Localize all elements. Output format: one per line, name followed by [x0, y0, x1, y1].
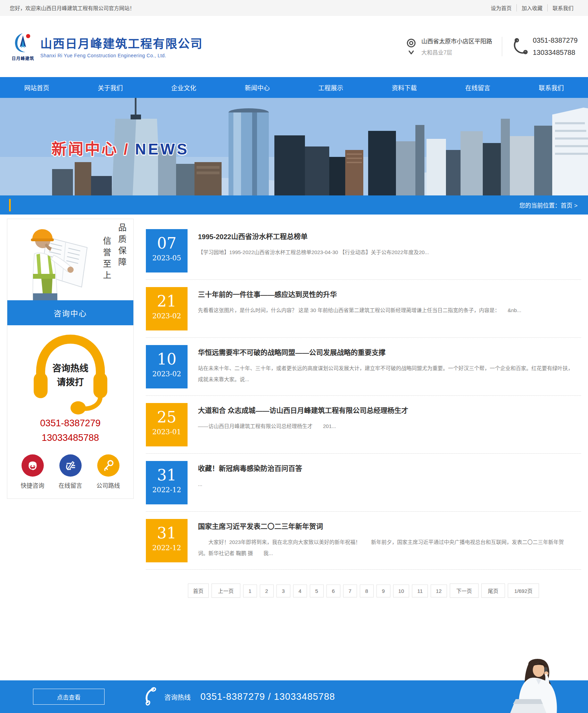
- pager-page-9[interactable]: 9: [376, 585, 390, 597]
- news-title-link[interactable]: 收藏！新冠病毒感染防治百问百答: [198, 463, 302, 473]
- news-title-link[interactable]: 国家主席习近平发表二〇二三年新年贺词: [198, 521, 323, 531]
- main-content: 品质保障 信誉至上 咨询中心 咨询热线 请拨打 0351-8387279 130…: [0, 215, 588, 648]
- pager-page-2[interactable]: 2: [260, 585, 274, 597]
- pager-page-3[interactable]: 3: [276, 585, 290, 597]
- set-homepage-link[interactable]: 设为首页: [486, 4, 516, 11]
- pager-info: 1/692页: [508, 584, 539, 598]
- logo-mark-icon: [12, 32, 34, 53]
- pager-page-12[interactable]: 12: [431, 585, 447, 597]
- pager-prev[interactable]: 上一页: [212, 584, 240, 598]
- hotline-line1: 咨询热线: [27, 361, 114, 375]
- news-body: 三十年前的一件往事——感应达到灵性的升华 先看看这张图片，是什么时间，什么内容？…: [198, 287, 521, 330]
- banner-title-cn: 新闻中心: [51, 141, 118, 158]
- nav-item-about[interactable]: 关于我们: [74, 77, 147, 98]
- nav-item-projects[interactable]: 工程展示: [294, 77, 368, 98]
- news-item: 31 2022-12 收藏！新冠病毒感染防治百问百答 ...: [146, 461, 581, 512]
- breadcrumb[interactable]: 您的当前位置：首页 >: [519, 201, 588, 209]
- pager-page-1[interactable]: 1: [243, 585, 257, 597]
- news-day: 07: [146, 235, 188, 252]
- logo-text: 山西日月峰建筑工程有限公司 Shanxi Ri Yue Feng Constru…: [40, 34, 203, 58]
- pagination: 首页 上一页 1 2 3 4 5 6 7 8 9 10 11 12 下一页 尾页…: [146, 584, 581, 598]
- nav-item-message[interactable]: 在线留言: [441, 77, 515, 98]
- news-year-month: 2023-01: [146, 428, 188, 436]
- header-phone-numbers: 0351-8387279 13033485788: [533, 34, 578, 59]
- hotline-line2: 请拨打: [27, 375, 114, 389]
- online-message-button[interactable]: 在线留言: [59, 454, 82, 489]
- banner-title-separator: /: [124, 141, 129, 158]
- address-block: 山西省太原市小店区平阳路 大和昌业7层: [405, 36, 492, 56]
- pager-page-5[interactable]: 5: [310, 585, 324, 597]
- news-day: 21: [146, 293, 188, 310]
- breadcrumb-accent: [9, 199, 11, 211]
- news-year-month: 2023-02: [146, 312, 188, 320]
- topbar: 您好，欢迎来山西日月峰建筑工程有限公司官方网站！ 设为首页 加入收藏 联系我们: [0, 0, 588, 16]
- news-body: 大道和合 众志成城——访山西日月峰建筑工程有限公司总经理杨生才 ——访山西日月峰…: [198, 403, 408, 446]
- pager-page-6[interactable]: 6: [326, 585, 340, 597]
- news-item: 07 2023-05 1995-2022山西省汾水杯工程总榜单 【学习园地】19…: [146, 229, 581, 280]
- news-date-badge: 25 2023-01: [146, 403, 188, 446]
- add-favorite-link[interactable]: 加入收藏: [516, 4, 547, 11]
- nav-item-downloads[interactable]: 资料下载: [367, 77, 441, 98]
- header-phone-1: 0351-8387279: [533, 34, 578, 47]
- news-item: 21 2023-02 三十年前的一件往事——感应达到灵性的升华 先看看这张图片，…: [146, 287, 581, 338]
- contact-us-link[interactable]: 联系我们: [547, 4, 578, 11]
- footer-phone-numbers: 0351-8387279 / 13033485788: [200, 691, 335, 702]
- logo-mark-text: 日月峰建筑: [10, 55, 35, 61]
- sidebar-phones: 0351-8387279 13033485788: [7, 416, 133, 445]
- news-day: 31: [146, 525, 188, 542]
- pager-page-11[interactable]: 11: [412, 585, 428, 597]
- news-year-month: 2023-05: [146, 254, 188, 262]
- company-route-button[interactable]: 公司路线: [97, 454, 120, 489]
- logo-mark: 日月峰建筑: [10, 32, 35, 61]
- news-year-month: 2022-12: [146, 486, 188, 494]
- footer-hotline-label: 咨询热线: [164, 692, 191, 702]
- news-body: 收藏！新冠病毒感染防治百问百答 ...: [198, 461, 302, 504]
- pager-page-10[interactable]: 10: [393, 585, 409, 597]
- address-line1: 山西省太原市小店区平阳路: [421, 36, 492, 45]
- company-logo[interactable]: 日月峰建筑 山西日月峰建筑工程有限公司 Shanxi Ri Yue Feng C…: [10, 32, 203, 61]
- pager-page-8[interactable]: 8: [360, 585, 374, 597]
- banner-title: 新闻中心 / NEWS: [51, 137, 189, 159]
- pager-page-7[interactable]: 7: [343, 585, 357, 597]
- pager-page-4[interactable]: 4: [293, 585, 307, 597]
- pager-next[interactable]: 下一页: [450, 584, 479, 598]
- news-summary: 大家好！2023年即将到来，我在北京向大家致以美好的新年祝福！ 新年前夕，国家主…: [198, 537, 573, 559]
- pager-last[interactable]: 尾页: [481, 584, 505, 598]
- welcome-text: 您好，欢迎来山西日月峰建筑工程有限公司官方网站！: [10, 4, 135, 11]
- address-line2: 大和昌业7层: [421, 48, 492, 56]
- footer-bar: 点击查看 咨询热线 0351-8387279 / 13033485788: [0, 680, 588, 713]
- news-date-badge: 07 2023-05: [146, 229, 188, 272]
- nav-item-home[interactable]: 网站首页: [0, 77, 74, 98]
- news-day: 10: [146, 351, 188, 368]
- nav-item-news[interactable]: 新闻中心: [221, 77, 294, 98]
- news-banner: 新闻中心 / NEWS: [0, 98, 588, 195]
- news-item: 10 2023-02 华恒远需要牢不可破的战略同盟——公司发展战略的重要支撑 站…: [146, 345, 581, 396]
- news-item: 25 2023-01 大道和合 众志成城——访山西日月峰建筑工程有限公司总经理杨…: [146, 403, 581, 454]
- breadcrumb-bar: 您的当前位置：首页 >: [0, 195, 588, 215]
- news-title-link[interactable]: 华恒远需要牢不可破的战略同盟——公司发展战略的重要支撑: [198, 347, 386, 357]
- header-phone-block: 0351-8387279 13033485788: [512, 34, 578, 59]
- header-contact-block: 山西省太原市小店区平阳路 大和昌业7层 0351-8387279 1303348…: [405, 34, 578, 59]
- nav-item-culture[interactable]: 企业文化: [147, 77, 221, 98]
- nav-item-contact[interactable]: 联系我们: [514, 77, 588, 98]
- news-title-link[interactable]: 三十年前的一件往事——感应达到灵性的升华: [198, 289, 337, 299]
- hotline-graphic: 咨询热线 请拨打: [27, 332, 114, 416]
- news-title-link[interactable]: 1995-2022山西省汾水杯工程总榜单: [198, 231, 308, 241]
- pager-first[interactable]: 首页: [188, 584, 209, 598]
- quick-consult-button[interactable]: 快捷咨询: [21, 454, 44, 489]
- location-pin-icon: [405, 38, 417, 56]
- sidebar-hero: 品质保障 信誉至上: [7, 219, 133, 300]
- view-more-button[interactable]: 点击查看: [33, 689, 105, 705]
- footer-phone-icon: [143, 687, 158, 706]
- company-name-cn: 山西日月峰建筑工程有限公司: [40, 34, 203, 51]
- news-list: 07 2023-05 1995-2022山西省汾水杯工程总榜单 【学习园地】19…: [146, 219, 581, 598]
- address-text: 山西省太原市小店区平阳路 大和昌业7层: [421, 36, 492, 56]
- news-year-month: 2023-02: [146, 370, 188, 378]
- news-day: 31: [146, 467, 188, 484]
- news-item: 31 2022-12 国家主席习近平发表二〇二三年新年贺词 大家好！2023年即…: [146, 519, 581, 570]
- news-title-link[interactable]: 大道和合 众志成城——访山西日月峰建筑工程有限公司总经理杨生才: [198, 405, 408, 415]
- slogan-reputation: 信誉至上: [100, 236, 113, 282]
- news-body: 国家主席习近平发表二〇二三年新年贺词 大家好！2023年即将到来，我在北京向大家…: [198, 519, 573, 562]
- news-summary: 站在未来十年、二十年、三十年，或者更长远的高度谋划公司发展大计，建立牢不可破的战…: [198, 363, 573, 385]
- consult-agent-icon: [22, 454, 44, 477]
